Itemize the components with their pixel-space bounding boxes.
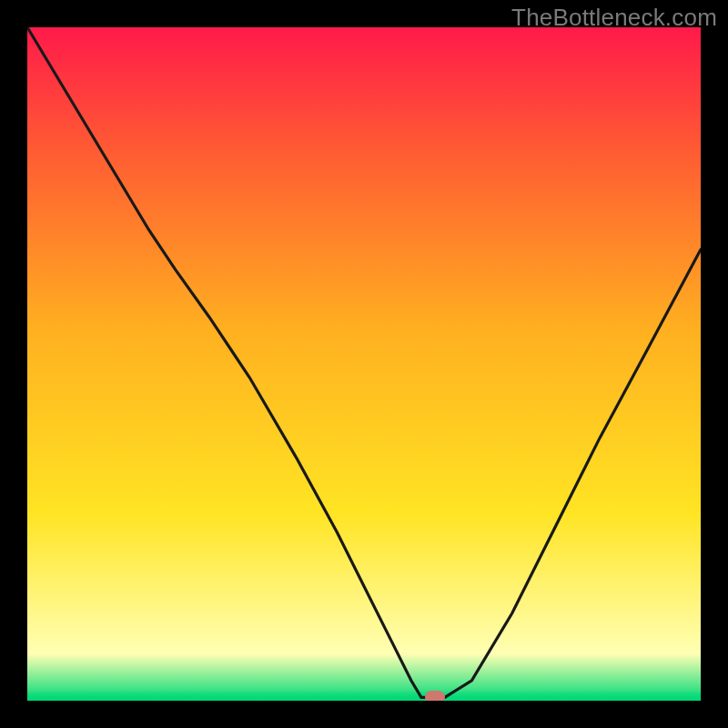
optimal-point-marker (425, 691, 445, 701)
curve-path (27, 27, 701, 697)
plot-area (27, 27, 701, 701)
bottleneck-curve (27, 27, 701, 701)
chart-frame: TheBottleneck.com (0, 0, 728, 728)
